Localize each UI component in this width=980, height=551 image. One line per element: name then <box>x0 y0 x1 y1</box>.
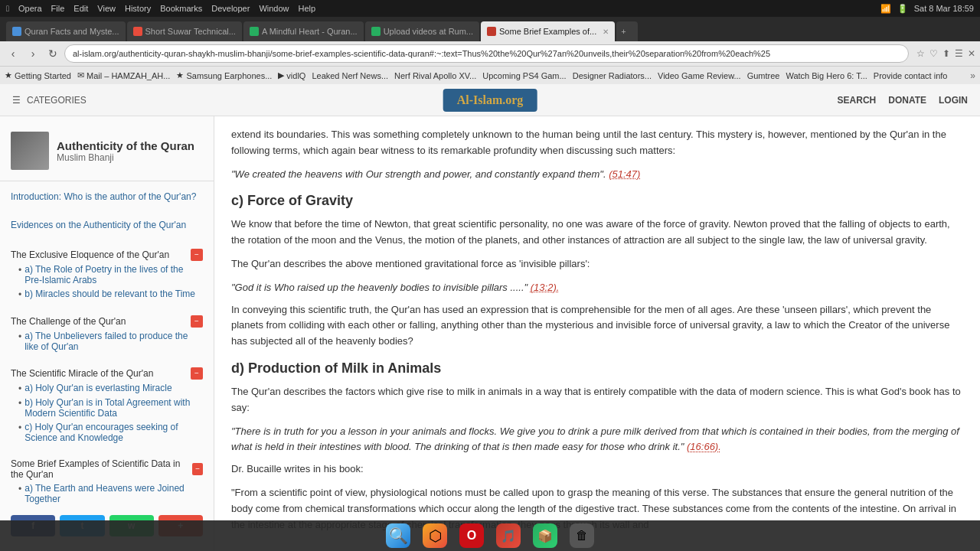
tab-favicon <box>133 27 142 36</box>
reload-button[interactable]: ↻ <box>44 45 61 62</box>
nav-sub-poetry[interactable]: a) The Role of Poetry in the lives of th… <box>11 262 203 287</box>
opera-menu[interactable]: Opera <box>18 4 42 13</box>
bookmark-gumtree[interactable]: Gumtree <box>747 71 780 80</box>
nav-item-evidences[interactable]: Evidences on the Authenticity of the Qur… <box>11 216 203 235</box>
bookmark-favicon: ★ <box>5 70 12 80</box>
bookmark-label: Getting Started <box>15 71 71 80</box>
bookmark-ps4[interactable]: Upcoming PS4 Gam... <box>482 71 566 80</box>
address-bar[interactable]: al-islam.org/authenticity-quran-shaykh-m… <box>64 44 909 63</box>
bookmark-video-game[interactable]: Video Game Review... <box>658 71 741 80</box>
edit-menu[interactable]: Edit <box>74 4 88 13</box>
nav-sub-encourages[interactable]: c) Holy Qur'an encourages seeking of Sci… <box>11 420 203 445</box>
donate-button[interactable]: DONATE <box>888 95 926 106</box>
forward-button[interactable]: › <box>24 45 41 62</box>
ref-16-66[interactable]: (16:66). <box>687 441 721 452</box>
tab-mindful-heart[interactable]: A Mindful Heart - Quran... <box>243 21 364 41</box>
scientific-collapse-btn[interactable]: − <box>191 367 203 380</box>
brief-collapse-btn[interactable]: − <box>192 463 203 475</box>
os-bar-left:  Opera File Edit View History Bookmarks… <box>6 4 315 13</box>
capo-icon[interactable]: 🎵 <box>496 523 521 548</box>
nav-sub-total-agreement[interactable]: b) Holy Qur'an is in Total Agreement wit… <box>11 396 203 420</box>
taskbar: 🔍 ⬡ O 🎵 📦 🗑 <box>0 520 980 551</box>
quote-13-2: "God it is Who raised up the heavenly bo… <box>231 280 963 296</box>
apple-menu[interactable]:  <box>6 4 9 13</box>
tab-short-suwar[interactable]: Short Suwar Technical... <box>127 21 242 41</box>
help-menu[interactable]: Help <box>299 4 316 13</box>
author-block: Authenticity of the Quran Muslim Bhanji <box>0 124 214 181</box>
heart-icon[interactable]: ♡ <box>929 48 938 59</box>
nav-section-brief-title[interactable]: Some Brief Examples of Scientific Data i… <box>11 458 192 480</box>
view-menu[interactable]: View <box>97 4 116 13</box>
address-row: ‹ › ↻ al-islam.org/authenticity-quran-sh… <box>0 41 980 66</box>
gravity-para2: The Qur'an describes the above mentioned… <box>231 256 963 272</box>
tab-some-brief[interactable]: Some Brief Examples of... ✕ <box>481 21 615 41</box>
tab-favicon <box>12 27 21 36</box>
challenge-collapse-btn[interactable]: − <box>191 315 203 328</box>
tab-favicon <box>250 27 259 36</box>
bookmark-getting-started[interactable]: ★ Getting Started <box>5 70 71 80</box>
login-button[interactable]: LOGIN <box>939 95 968 106</box>
nav-sub-miracles[interactable]: b) Miracles should be relevant to the Ti… <box>11 287 203 302</box>
nav-section-evidences: Evidences on the Authenticity of the Qur… <box>0 210 214 238</box>
bookmark-contact[interactable]: Provide contact info <box>874 71 948 80</box>
site-header-left: ☰ CATEGORIES <box>12 95 87 106</box>
bookmark-mail[interactable]: ✉ Mail – HAMZAH_AH... <box>77 70 170 80</box>
ref-13-2[interactable]: (13:2). <box>531 282 560 293</box>
tab-close-icon[interactable]: ✕ <box>603 28 609 36</box>
developer-menu[interactable]: Developer <box>211 4 250 13</box>
more-bookmarks-icon[interactable]: » <box>970 70 975 81</box>
share-icon[interactable]: ⬆ <box>942 48 950 59</box>
search-button[interactable]: SEARCH <box>838 95 877 106</box>
tab-label: A Mindful Heart - Quran... <box>262 27 358 36</box>
bookmark-label: Mail – HAMZAH_AH... <box>87 71 170 80</box>
site-logo: Al-Islam.org <box>443 89 537 112</box>
history-menu[interactable]: History <box>125 4 151 13</box>
tab-label: Short Suwar Technical... <box>145 27 236 36</box>
nav-sub-unbelievers[interactable]: a) The Unbelievers failed to produce the… <box>11 329 203 354</box>
nav-section-challenge-title[interactable]: The Challenge of the Qur'an <box>11 316 126 327</box>
airdrop-icon[interactable]: 📦 <box>533 523 557 548</box>
bookmark-nerf-rival[interactable]: Nerf Rival Apollo XV... <box>394 71 476 80</box>
gravity-para1: We know that before the time of Newton, … <box>231 217 963 249</box>
tab-upload-videos[interactable]: Upload videos at Rum... <box>365 21 479 41</box>
nav-item-intro[interactable]: Introduction: Who is the author of the Q… <box>11 187 203 207</box>
new-tab-button[interactable]: + <box>616 21 638 41</box>
bookmark-favicon: ★ <box>176 70 184 80</box>
file-menu[interactable]: File <box>51 4 65 13</box>
trash-icon[interactable]: 🗑 <box>570 523 594 548</box>
quote-51-47: "We created the heavens with Our strengt… <box>231 167 963 183</box>
hamburger-icon[interactable]: ☰ <box>12 95 21 106</box>
nav-section-eloquence-title[interactable]: The Exclusive Eloquence of the Qur'an <box>11 249 169 260</box>
intro-paragraph: extend its boundaries. This was somethin… <box>231 127 963 159</box>
nav-section-intro: Introduction: Who is the author of the Q… <box>0 181 214 210</box>
os-bar-right: 📶 🔋 Sat 8 Mar 18:59 <box>880 4 974 14</box>
sidebar: Authenticity of the Quran Muslim Bhanji … <box>0 116 214 551</box>
menu-icon[interactable]: ☰ <box>955 48 963 59</box>
bookmark-bighero[interactable]: Watch Big Hero 6: T... <box>786 71 867 80</box>
nav-sub-earth-heavens[interactable]: a) The Earth and Heavens were Joined Tog… <box>11 481 203 506</box>
finder-icon[interactable]: 🔍 <box>386 523 410 548</box>
bookmark-samsung[interactable]: ★ Samsung Earphones... <box>176 70 272 80</box>
milk-para1: The Qur'an describes the factors which g… <box>231 384 963 416</box>
bookmark-icon[interactable]: ☆ <box>916 48 925 59</box>
datetime: Sat 8 Mar 18:59 <box>914 4 974 13</box>
launchpad-icon[interactable]: ⬡ <box>423 523 447 548</box>
tab-quran-facts[interactable]: Quran Facts and Myste... <box>6 21 126 41</box>
nav-sub-everlasting[interactable]: a) Holy Qur'an is everlasting Miracle <box>11 381 203 396</box>
bookmarks-menu[interactable]: Bookmarks <box>160 4 202 13</box>
bookmark-vidiq[interactable]: ▶ vidlQ <box>278 70 305 80</box>
bookmark-label: Watch Big Hero 6: T... <box>786 71 867 80</box>
bookmark-nerf-news[interactable]: Leaked Nerf News... <box>312 71 388 80</box>
bookmark-label: Gumtree <box>747 71 780 80</box>
eloquence-collapse-btn[interactable]: − <box>191 249 203 261</box>
categories-label[interactable]: CATEGORIES <box>27 95 87 106</box>
window-menu[interactable]: Window <box>259 4 289 13</box>
back-button[interactable]: ‹ <box>5 45 21 62</box>
nav-section-scientific-title[interactable]: The Scientific Miracle of the Qur'an <box>11 368 153 379</box>
tab-label: Quran Facts and Myste... <box>24 27 119 36</box>
close-icon[interactable]: ✕ <box>968 48 975 59</box>
ref-51-47[interactable]: (51:47) <box>609 168 640 180</box>
bookmark-designer[interactable]: Designer Radiators... <box>573 71 652 80</box>
page-layout: Authenticity of the Quran Muslim Bhanji … <box>0 116 980 551</box>
opera-icon[interactable]: O <box>459 523 484 548</box>
